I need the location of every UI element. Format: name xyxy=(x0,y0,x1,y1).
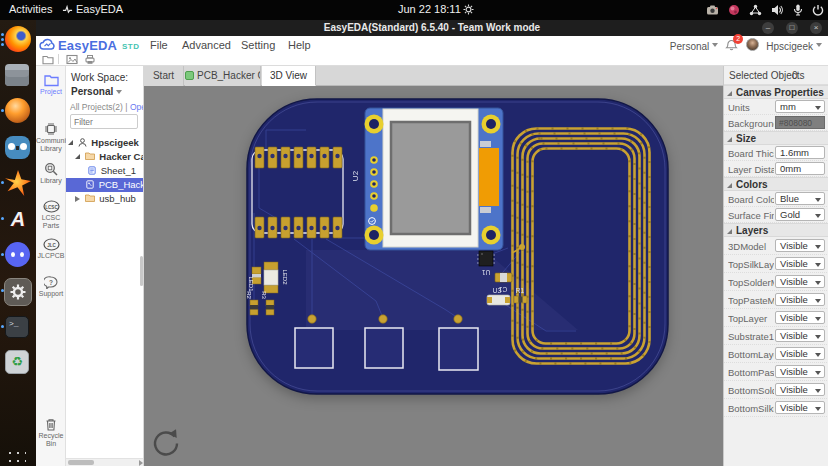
tab-3d-view[interactable]: 3D View xyxy=(262,66,316,86)
layer-visibility-select[interactable]: Visible xyxy=(775,383,825,396)
nav-label: Recycle Bin xyxy=(39,432,64,447)
section-colors[interactable]: Colors xyxy=(724,177,828,191)
section-size[interactable]: Size xyxy=(724,131,828,145)
layer-row-bottompaste: BottomPaste... Visible xyxy=(724,363,828,381)
menu-help[interactable]: Help xyxy=(288,39,311,51)
layer-visibility-select[interactable]: Visible xyxy=(775,365,825,378)
tree-item-pcb-selected[interactable]: PCB_Hacker Ca xyxy=(66,178,144,192)
sidebar-item-community-library[interactable]: Community Library xyxy=(36,122,66,153)
camera-tray-icon[interactable] xyxy=(706,4,719,16)
tree-item-user[interactable]: Hpscigeek xyxy=(66,136,144,150)
show-apps-icon[interactable] xyxy=(5,448,31,466)
units-value: mm xyxy=(780,101,796,112)
print-icon[interactable] xyxy=(84,54,96,65)
background-row: Background #808080 xyxy=(724,115,828,131)
maximize-button[interactable]: □ xyxy=(786,22,798,34)
tree-label: usb_hub xyxy=(99,193,135,204)
notifications-button[interactable]: 2 xyxy=(725,38,739,52)
volume-tray-icon[interactable] xyxy=(771,4,784,16)
scrollbar-thumb[interactable] xyxy=(68,460,94,465)
background-color-input[interactable]: #808080 xyxy=(775,116,825,129)
sidebar-item-library[interactable]: Library xyxy=(36,162,66,185)
expand-icon[interactable] xyxy=(75,154,80,159)
section-canvas-properties[interactable]: Canvas Properties xyxy=(724,85,828,99)
tab-pcb[interactable]: PCB_Hacker Car... xyxy=(185,66,261,86)
file-manager-icon[interactable] xyxy=(5,62,31,88)
workspace-vertical-scrollbar[interactable] xyxy=(140,256,143,286)
close-button[interactable]: × xyxy=(810,22,822,34)
activities-button[interactable]: Activities xyxy=(9,3,52,15)
layer-visibility: Visible xyxy=(780,402,808,413)
minimize-button[interactable]: – xyxy=(762,22,774,34)
save-file-icon[interactable] xyxy=(42,54,54,65)
layer-visibility-select[interactable]: Visible xyxy=(775,401,825,414)
sidebar-item-recycle-bin[interactable]: Recycle Bin xyxy=(36,418,66,448)
tree-item-project[interactable]: Hacker Card xyxy=(66,150,144,164)
layer-row-topsoldermask: TopSolderMa... Visible xyxy=(724,273,828,291)
layer-name: TopSilkLayer xyxy=(728,259,774,270)
workspace-scope-dropdown[interactable]: Personal xyxy=(71,86,122,97)
user-dropdown[interactable]: Hpscigeek xyxy=(766,36,822,54)
recorder-tray-icon[interactable] xyxy=(728,4,740,16)
screen: Activities EasyEDA Jun 22 18:11 A xyxy=(0,0,828,466)
left-nav-rail: Project Community Library Library LCSC L… xyxy=(36,66,66,466)
tree-item-sheet[interactable]: Sheet_1 xyxy=(66,164,144,178)
rotate-view-icon[interactable] xyxy=(148,426,182,460)
account-dropdown[interactable]: Personal xyxy=(670,36,718,54)
menu-advanced[interactable]: Advanced xyxy=(182,39,231,51)
menu-file[interactable]: File xyxy=(150,39,168,51)
microphone-tray-icon[interactable] xyxy=(793,4,803,16)
layer-visibility-select[interactable]: Visible xyxy=(775,293,825,306)
window-title-bar[interactable]: EasyEDA(Standard) 6.5.40 - Team Work mod… xyxy=(36,20,828,36)
surface-finish-select[interactable]: Gold xyxy=(775,208,825,221)
open-link[interactable]: Open xyxy=(130,102,144,112)
workspace-horizontal-scrollbar[interactable] xyxy=(66,458,144,466)
layer-visibility-select[interactable]: Visible xyxy=(775,239,825,252)
sidebar-item-support[interactable]: ? Support xyxy=(36,276,66,298)
sidebar-item-project[interactable]: Project xyxy=(36,74,66,96)
sidebar-item-lcsc-parts[interactable]: LCSC LCSC Parts xyxy=(36,200,66,230)
window-title: EasyEDA(Standard) 6.5.40 - Team Work mod… xyxy=(36,22,828,33)
godot-icon[interactable] xyxy=(5,134,31,160)
svg-text:JLC: JLC xyxy=(47,243,56,248)
scrollbar-arrow-right[interactable] xyxy=(139,460,143,466)
system-clock[interactable]: Jun 22 18:11 xyxy=(398,3,461,15)
board-color-select[interactable]: Blue xyxy=(775,192,825,205)
power-tray-icon[interactable] xyxy=(812,4,824,16)
tree-item-usb-hub[interactable]: usb_hub xyxy=(66,192,144,206)
a-app-icon[interactable]: A xyxy=(5,206,31,232)
pcb-board-3d[interactable]: U2 xyxy=(246,98,669,395)
firefox-icon[interactable] xyxy=(5,26,31,52)
layer-visibility-select[interactable]: Visible xyxy=(775,347,825,360)
orange-app-icon[interactable] xyxy=(5,98,31,124)
recycle-icon[interactable]: ♻ xyxy=(5,350,31,376)
image-export-icon[interactable] xyxy=(66,54,78,65)
layer-distance-input[interactable]: 0mm xyxy=(775,162,825,175)
collapsed-icon[interactable] xyxy=(75,196,80,202)
board-thickness-input[interactable]: 1.6mm xyxy=(775,146,825,159)
all-projects-link[interactable]: All Projects(2) xyxy=(70,102,123,112)
layer-visibility-select[interactable]: Visible xyxy=(775,311,825,324)
avatar[interactable] xyxy=(746,38,759,51)
layer-visibility-select[interactable]: Visible xyxy=(775,275,825,288)
nav-label: JLCPCB xyxy=(38,252,65,259)
terminal-icon[interactable]: >_ xyxy=(5,314,31,340)
tab-start[interactable]: Start xyxy=(144,66,184,86)
focused-app-name[interactable]: EasyEDA xyxy=(76,3,123,15)
layer-visibility-select[interactable]: Visible xyxy=(775,257,825,270)
layer-row-toppastemask: TopPasteMas... Visible xyxy=(724,291,828,309)
units-select[interactable]: mm xyxy=(775,100,825,113)
star-app-icon[interactable] xyxy=(5,170,31,196)
expand-icon[interactable] xyxy=(68,140,73,145)
sidebar-item-jlcpcb[interactable]: JLC JLCPCB xyxy=(36,238,66,260)
filter-input[interactable] xyxy=(70,114,138,129)
settings-gear-icon[interactable] xyxy=(5,278,31,304)
layer-name: BottomLayer xyxy=(728,349,774,360)
network-tray-icon[interactable] xyxy=(749,4,762,16)
section-layers[interactable]: Layers xyxy=(724,223,828,237)
layer-visibility-select[interactable]: Visible xyxy=(775,329,825,342)
menu-setting[interactable]: Setting xyxy=(241,39,275,51)
3d-view-canvas[interactable]: U2 xyxy=(144,86,723,466)
discord-icon[interactable] xyxy=(5,242,31,268)
section-title: Canvas Properties xyxy=(736,87,824,98)
